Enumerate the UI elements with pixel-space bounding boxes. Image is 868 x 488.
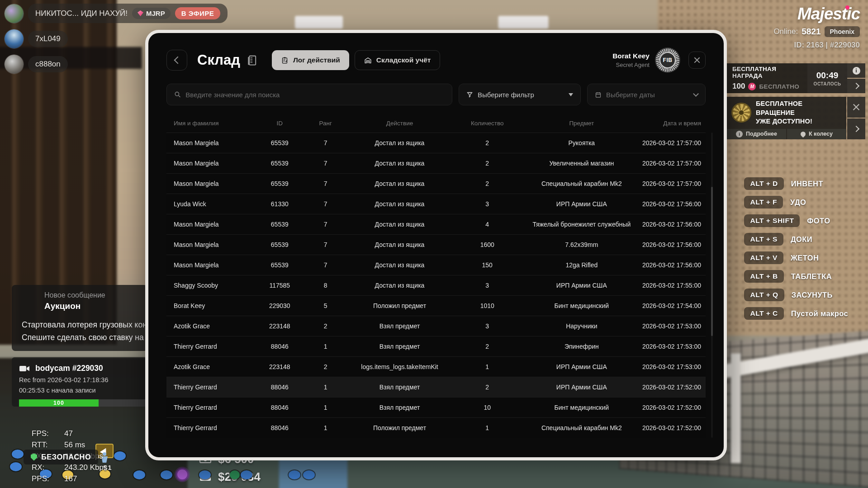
table-cell: Thierry Gerrard (166, 384, 256, 391)
table-row[interactable]: Mason Margiela655397Достал из ящика2Руко… (166, 133, 706, 153)
spin-details-button[interactable]: i Подробнее (727, 129, 786, 139)
table-row[interactable]: Shaggy Scooby1175858Достал из ящика3ИРП … (166, 275, 706, 295)
table-cell: Специальный карабин Mk2 (522, 180, 641, 187)
scrollbar-thumb[interactable] (711, 187, 713, 336)
table-cell: Взял предмет (347, 343, 452, 350)
spin-close-button[interactable] (847, 97, 865, 118)
table-cell: 2 (452, 180, 522, 187)
table-cell: Достал из ящика (347, 180, 452, 187)
notification-title: Аукцион (22, 301, 147, 311)
table-row[interactable]: Azotik Grace2231482logs.items_logs.takeI… (166, 356, 706, 377)
table-cell: Borat Keey (166, 302, 256, 309)
table-row[interactable]: Borat Keey2290305Положил предмет1010Бинт… (166, 295, 706, 316)
table-row[interactable]: Thierry Gerrard880461Взял предмет10Бинт … (166, 397, 706, 417)
table-cell: 2026-03-02 17:56:00 (641, 221, 706, 228)
table-cell: 2 (452, 139, 522, 147)
table-cell: Наручники (522, 322, 641, 330)
spin-goto-wheel-button[interactable]: К колесу (787, 129, 846, 139)
keybind-keys: ALT + SHIFT (744, 214, 800, 227)
table-cell: 150 (452, 261, 522, 269)
table-cell: Thierry Gerrard (166, 404, 256, 411)
chevron-right-icon (853, 126, 859, 132)
filter-select[interactable]: Выберите фильтр (459, 84, 581, 105)
table-row[interactable]: Thierry Gerrard880461Взял предмет2Эпинеф… (166, 336, 706, 356)
map-blip (133, 470, 145, 479)
free-reward-widget: БЕСПЛАТНАЯ НАГРАДА 100 M БЕСПЛАТНО 00:49… (727, 63, 865, 93)
chevron-right-icon (853, 83, 859, 89)
table-cell: Mason Margiela (166, 221, 256, 228)
table-row[interactable]: Thierry Gerrard880461Положил предмет1Спе… (166, 417, 706, 438)
map-blip (303, 470, 315, 479)
column-header: Ранг (304, 120, 347, 127)
shield-icon (31, 454, 37, 461)
keybind-label: ИНВЕНТ (791, 180, 823, 188)
column-header: ID (256, 120, 304, 127)
modal-close-button[interactable] (688, 52, 706, 69)
table-scrollbar[interactable] (711, 133, 713, 438)
tab-action-log[interactable]: Лог действий (272, 50, 349, 70)
table-cell: Достал из ящика (347, 241, 452, 248)
player-name: НИКИТОС... ИДИ НАХУЙ! (35, 9, 128, 18)
dates-select[interactable]: Выберите даты (587, 84, 706, 105)
table-cell: 2026-03-02 17:57:00 (641, 160, 706, 167)
table-cell: Увеличенный магазин (522, 160, 641, 167)
table-cell: 229030 (256, 302, 304, 309)
table-row[interactable]: Thierry Gerrard880461Взял предмет2ИРП Ар… (166, 377, 706, 397)
table-cell: 117585 (256, 282, 304, 289)
table-row[interactable]: Azotik Grace2231482Взял предмет3Наручник… (166, 316, 706, 336)
map-blip (12, 450, 24, 459)
table-cell: 2026-03-02 17:56:00 (641, 200, 706, 208)
table-cell: Mason Margiela (166, 261, 256, 269)
stat-label: FPS: (32, 428, 64, 439)
spin-expand-button[interactable] (847, 118, 865, 139)
table-cell: Бинт медицинский (522, 404, 641, 411)
reward-expand-button[interactable] (847, 79, 865, 93)
table-cell: Azotik Grace (166, 363, 256, 370)
calendar-icon (595, 91, 602, 98)
map-blip (161, 470, 172, 479)
reward-info-button[interactable]: i (847, 63, 865, 78)
table-cell: 2026-03-02 17:56:00 (641, 241, 706, 248)
table-cell: 65539 (256, 160, 304, 167)
table-row[interactable]: Mason Margiela655397Достал из ящика4Тяже… (166, 214, 706, 234)
keybind-row: ALT + CПустой макрос (744, 307, 848, 320)
avatar (5, 55, 24, 74)
spin-line1: БЕСПЛАТНОЕ ВРАЩЕНИЕ (756, 99, 842, 117)
column-header: Имя и фамилия (166, 120, 256, 127)
table-cell: 7 (304, 261, 347, 269)
table-cell: 88046 (256, 343, 304, 350)
table-cell: 2026-03-02 17:53:00 (641, 322, 706, 330)
table-cell: 7 (304, 241, 347, 248)
table-cell: ИРП Армии США (522, 384, 641, 391)
table-row[interactable]: Lyuda Wick613307Достал из ящика3ИРП Арми… (166, 194, 706, 214)
table-row[interactable]: Mason Margiela655397Достал из ящика15012… (166, 255, 706, 275)
table-row[interactable]: Mason Margiela655397Достал из ящика16007… (166, 234, 706, 255)
map-blip (289, 470, 300, 479)
table-cell: Lyuda Wick (166, 200, 256, 208)
current-user-role: Secret Agent (612, 62, 650, 68)
stat-value: 167 (64, 473, 77, 484)
tab-warehouse-accounting[interactable]: Складской учёт (355, 50, 441, 70)
table-row[interactable]: Mason Margiela655397Достал из ящика2Увел… (166, 153, 706, 173)
faction-badge: FIB (656, 48, 679, 72)
stat-row: RTT:56 ms (32, 439, 107, 450)
back-button[interactable] (166, 50, 187, 71)
table-cell: Взял предмет (347, 384, 452, 391)
bodycam-elapsed-line: 00:25:53 с начала записи (19, 387, 147, 394)
table-cell: 7 (304, 139, 347, 147)
table-cell: 65539 (256, 221, 304, 228)
table-cell: 7.62x39mm (522, 241, 641, 248)
keybind-row: ALT + DИНВЕНТ (744, 177, 848, 190)
game-screen: { "hud": { "chat": [ { "name": "НИКИТОС.… (0, 0, 868, 488)
table-cell: 2026-03-02 17:53:00 (641, 363, 706, 370)
close-icon (693, 57, 701, 64)
table-cell: ИРП Армии США (522, 363, 641, 370)
table-row[interactable]: Mason Margiela655397Достал из ящика2Спец… (166, 173, 706, 194)
map-blip (10, 462, 22, 471)
stat-row: PPS:167 (32, 473, 107, 484)
search-input[interactable] (185, 91, 445, 99)
keybind-label: ЖЕТОН (791, 254, 819, 262)
table-cell: 88046 (256, 384, 304, 391)
keybind-label: ДОКИ (791, 235, 812, 244)
map-blip (114, 451, 126, 460)
